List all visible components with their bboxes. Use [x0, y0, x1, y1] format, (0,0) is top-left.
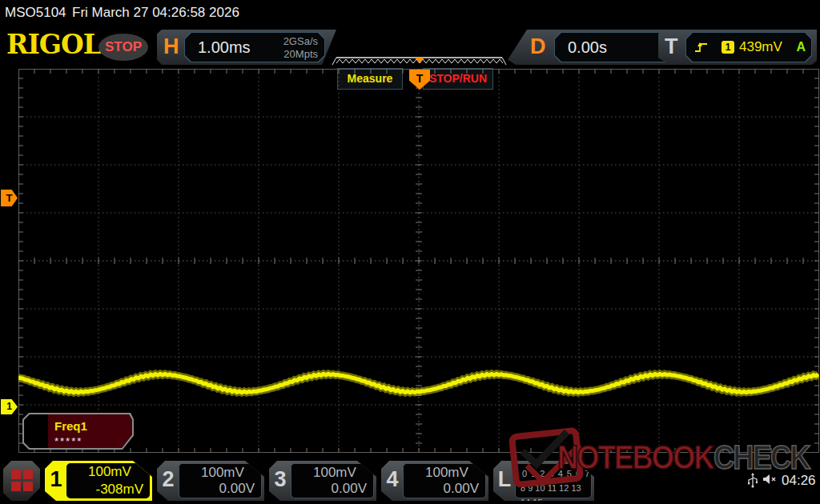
channel-4-scale: 100mV — [425, 465, 468, 481]
channel-3-button[interactable]: 3 100mV 0.00V — [269, 461, 376, 501]
channel-4-button[interactable]: 4 100mV 0.00V — [381, 461, 488, 501]
header-bar: RIGOL STOP H 1.00ms 2GSa/s 20Mpts Measur… — [0, 26, 820, 69]
speaker-muted-icon[interactable] — [762, 474, 778, 486]
channel-2-info: 100mV 0.00V — [179, 463, 262, 498]
channel-2-scale: 100mV — [201, 465, 244, 481]
channel-2-button[interactable]: 2 100mV 0.00V — [157, 461, 264, 501]
graticule — [18, 69, 819, 453]
trigger-level-marker[interactable]: T — [1, 190, 18, 206]
ch1-ground-marker[interactable]: 1 — [1, 399, 18, 414]
horizontal-settings-group[interactable]: H 1.00ms 2GSa/s 20Mpts — [157, 30, 336, 65]
channel-3-offset: 0.00V — [332, 481, 367, 497]
measurement-name: Freq1 — [54, 419, 87, 433]
usb-icon — [747, 473, 758, 489]
channel-2-number: 2 — [158, 467, 179, 492]
channel-1-number: 1 — [46, 467, 66, 492]
logic-analyzer-button[interactable]: L 0 1 2 3 4 5 6 7 8 9 10 11 12 13 14 15 — [493, 461, 594, 501]
memory-position-indicator[interactable] — [332, 55, 507, 66]
logic-channels-row2: 8 9 10 11 12 13 14 15 — [521, 482, 591, 504]
channel-1-info: 100mV -308mV — [66, 463, 150, 498]
channel-4-offset: 0.00V — [444, 481, 479, 497]
acquisition-status-badge: STOP — [98, 34, 148, 61]
channel-2-offset: 0.00V — [219, 481, 255, 497]
delay-value: 0.00s — [568, 38, 607, 57]
ch1-waveform-trace — [18, 374, 818, 392]
logic-info: 0 1 2 3 4 5 6 7 8 9 10 11 12 13 14 15 — [515, 463, 592, 498]
channel-1-offset: -308mV — [95, 482, 143, 498]
trigger-sweep-mode: A — [796, 40, 806, 54]
datetime: Fri March 27 04:26:58 2026 — [72, 5, 239, 21]
menu-grid-icon — [11, 470, 21, 479]
delay-label: D — [530, 34, 546, 59]
trigger-settings-group[interactable]: T 1 439mV A — [658, 30, 817, 65]
sample-rate: 2GSa/s 20Mpts — [283, 35, 318, 62]
trigger-level-value: 439mV — [739, 39, 782, 55]
trigger-source-badge: 1 — [722, 41, 734, 54]
trigger-box[interactable]: 1 439mV A — [685, 32, 812, 62]
sample-rate-value: 2GSa/s — [283, 35, 318, 47]
timebase-box[interactable]: 1.00ms 2GSa/s 20Mpts — [184, 32, 325, 62]
memory-depth-value: 20Mpts — [283, 48, 318, 60]
channel-3-scale: 100mV — [313, 465, 356, 481]
channel-4-number: 4 — [382, 467, 403, 492]
logic-channels-row1: 0 1 2 3 4 5 6 7 — [522, 467, 590, 482]
status-bar: MSO5104 Fri March 27 04:26:58 2026 — [0, 0, 820, 26]
channel-4-info: 100mV 0.00V — [403, 463, 486, 498]
trigger-label: T — [665, 34, 678, 59]
channel-1-scale: 100mV — [88, 464, 131, 480]
rigol-logo: RIGOL — [6, 29, 101, 60]
horizontal-label: H — [163, 34, 179, 59]
rising-edge-icon — [694, 40, 709, 54]
oscilloscope-screen: MSO5104 Fri March 27 04:26:58 2026 RIGOL… — [0, 0, 820, 504]
timebase-value: 1.00ms — [198, 38, 251, 57]
clock: 04:26 — [782, 473, 816, 489]
logic-label: L — [494, 467, 515, 492]
channel-3-info: 100mV 0.00V — [291, 463, 374, 498]
model-name: MSO5104 — [5, 5, 66, 21]
channel-1-button[interactable]: 1 100mV -308mV — [45, 461, 152, 501]
measurement-value: ***** — [54, 435, 82, 447]
measurement-panel[interactable]: Freq1 ***** — [22, 413, 134, 450]
channel-3-number: 3 — [270, 467, 291, 492]
menu-button[interactable] — [3, 461, 40, 501]
